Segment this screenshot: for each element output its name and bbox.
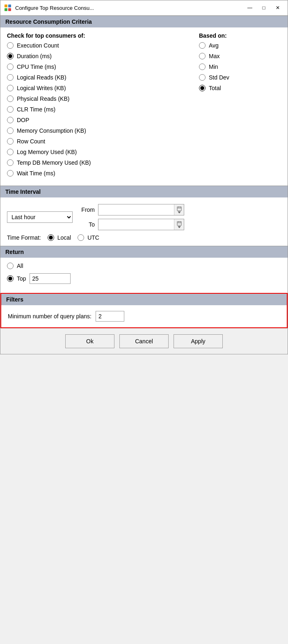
svg-rect-2 (5, 8, 7, 11)
basedon-avg-radio[interactable] (199, 42, 206, 49)
cancel-button[interactable]: Cancel (119, 334, 169, 348)
maximize-button[interactable]: □ (257, 3, 270, 13)
consumer-mc-label[interactable]: Memory Consumption (KB) (17, 127, 86, 134)
svg-marker-13 (178, 226, 181, 228)
consumer-ec-label[interactable]: Execution Count (17, 42, 59, 49)
basedon-std-label[interactable]: Std Dev (209, 74, 229, 81)
svg-rect-9 (177, 222, 181, 225)
basedon-total-label[interactable]: Total (209, 85, 221, 91)
from-to-block: From (80, 204, 184, 230)
basedon-min: Min (199, 63, 281, 70)
consumer-lmu-label[interactable]: Log Memory Used (KB) (17, 149, 77, 155)
return-section-body: All Top (0, 258, 288, 293)
time-section-header: Time Interval (0, 186, 288, 197)
min-plans-label: Minimum number of query plans: (8, 313, 91, 320)
filters-section-body: Minimum number of query plans: (1, 305, 287, 327)
consumer-cpu-label[interactable]: CPU Time (ms) (17, 63, 56, 70)
consumer-ec-radio[interactable] (7, 42, 14, 49)
basedon-max-label[interactable]: Max (209, 53, 219, 59)
consumer-wait-time: Wait Time (ms) (7, 170, 199, 177)
basedon-avg-label[interactable]: Avg (209, 42, 219, 49)
consumer-pr-label[interactable]: Physical Reads (KB) (17, 95, 69, 102)
consumer-lr-label[interactable]: Logical Reads (KB) (17, 74, 66, 81)
to-input[interactable] (98, 219, 174, 230)
consumer-lmu-radio[interactable] (7, 149, 14, 155)
resource-criteria-columns: Check for top consumers of: Execution Co… (7, 32, 281, 181)
resource-section-header: Resource Consumption Criteria (0, 16, 288, 27)
return-top-label[interactable]: Top (17, 275, 26, 282)
interval-row: Last hour Last day Last week Last month … (7, 204, 281, 230)
consumer-lw-label[interactable]: Logical Writes (KB) (17, 85, 66, 91)
main-window: Configure Top Resource Consu... — □ ✕ Re… (0, 0, 288, 354)
app-icon (4, 4, 12, 12)
consumer-memory: Memory Consumption (KB) (7, 127, 199, 134)
based-on-column: Based on: Avg Max Min Std Dev (199, 32, 281, 181)
return-all-radio[interactable] (7, 263, 14, 269)
consumer-dop-label[interactable]: DOP (17, 117, 29, 123)
svg-marker-8 (178, 211, 181, 213)
time-section-body: Last hour Last day Last week Last month … (0, 197, 288, 246)
return-top-radio[interactable] (7, 275, 14, 282)
to-calendar-button[interactable] (174, 219, 184, 230)
consumer-lw-radio[interactable] (7, 85, 14, 91)
to-label: To (80, 221, 95, 228)
minimize-button[interactable]: — (243, 3, 256, 13)
format-local-radio[interactable] (48, 234, 54, 241)
consumer-wt-radio[interactable] (7, 170, 14, 177)
footer: Ok Cancel Apply (0, 328, 288, 354)
return-all-label[interactable]: All (17, 263, 23, 269)
ok-button[interactable]: Ok (65, 334, 114, 348)
consumer-rc-radio[interactable] (7, 138, 14, 145)
consumer-tdb-radio[interactable] (7, 159, 14, 166)
consumer-duration: Duration (ms) (7, 53, 199, 59)
return-top-row: Top (7, 273, 281, 284)
consumers-column: Check for top consumers of: Execution Co… (7, 32, 199, 181)
format-utc-label[interactable]: UTC (87, 234, 99, 241)
consumer-physical-reads: Physical Reads (KB) (7, 95, 199, 102)
svg-rect-1 (8, 5, 11, 7)
consumer-clr-radio[interactable] (7, 106, 14, 113)
format-utc: UTC (78, 234, 99, 241)
apply-button[interactable]: Apply (174, 334, 223, 348)
window-title: Configure Top Resource Consu... (15, 5, 243, 11)
svg-rect-4 (177, 207, 181, 211)
close-button[interactable]: ✕ (271, 3, 284, 13)
consumer-pr-radio[interactable] (7, 95, 14, 102)
consumer-log-memory: Log Memory Used (KB) (7, 149, 199, 155)
consumer-dop-radio[interactable] (7, 117, 14, 123)
basedon-max: Max (199, 53, 281, 59)
consumer-clr-label[interactable]: CLR Time (ms) (17, 106, 55, 113)
check-label: Check for top consumers of: (7, 32, 199, 39)
consumer-wt-label[interactable]: Wait Time (ms) (17, 170, 55, 177)
format-local-label[interactable]: Local (57, 234, 71, 241)
from-input[interactable] (98, 204, 174, 215)
basedon-avg: Avg (199, 42, 281, 49)
interval-select[interactable]: Last hour Last day Last week Last month … (7, 211, 73, 223)
consumer-tdb-label[interactable]: Temp DB Memory Used (KB) (17, 159, 91, 166)
consumer-logical-reads: Logical Reads (KB) (7, 74, 199, 81)
basedon-min-radio[interactable] (199, 63, 206, 70)
top-value-input[interactable] (30, 273, 71, 284)
time-format-label: Time Format: (7, 234, 41, 241)
consumer-dur-label[interactable]: Duration (ms) (17, 53, 52, 59)
svg-rect-0 (5, 5, 7, 7)
basedon-total-radio[interactable] (199, 85, 206, 91)
format-utc-radio[interactable] (78, 234, 84, 241)
consumer-rc-label[interactable]: Row Count (17, 138, 45, 145)
basedon-std-radio[interactable] (199, 74, 206, 81)
consumer-cpu: CPU Time (ms) (7, 63, 199, 70)
basedon-stddev: Std Dev (199, 74, 281, 81)
from-label: From (80, 206, 95, 213)
consumer-mc-radio[interactable] (7, 127, 14, 134)
consumer-dur-radio[interactable] (7, 53, 14, 59)
consumer-lr-radio[interactable] (7, 74, 14, 81)
to-row: To (80, 219, 184, 230)
consumer-cpu-radio[interactable] (7, 63, 14, 70)
basedon-min-label[interactable]: Min (209, 63, 218, 70)
return-all-row: All (7, 263, 281, 269)
min-plans-input[interactable] (96, 311, 124, 322)
consumer-dop: DOP (7, 117, 199, 123)
consumer-execution-count: Execution Count (7, 42, 199, 49)
basedon-max-radio[interactable] (199, 53, 206, 59)
from-calendar-button[interactable] (174, 204, 184, 215)
